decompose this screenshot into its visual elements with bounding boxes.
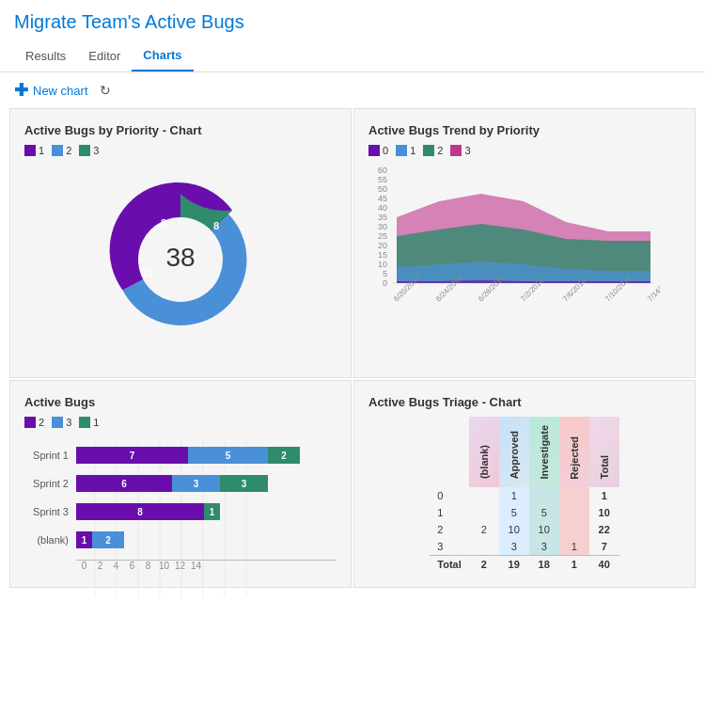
area-legend-label-3: 3: [464, 145, 470, 156]
bar-seg-s3-1: 1: [204, 503, 220, 520]
y-label-40: 40: [378, 203, 387, 213]
bar-chart-card: Active Bugs 2 3 1: [9, 380, 352, 588]
bar-legend-color-2: [24, 417, 36, 428]
area-chart-card: Active Bugs Trend by Priority 0 1 2 3: [353, 108, 696, 378]
triage-cell-total-rejected: 1: [559, 556, 589, 574]
tab-results[interactable]: Results: [14, 41, 77, 71]
bar-label-sprint2: Sprint 2: [24, 478, 76, 489]
triage-cell-0-total: 1: [589, 487, 619, 504]
triage-cell-3-investigate: 3: [529, 538, 559, 556]
triage-cell-2-blank: 2: [469, 521, 499, 538]
y-label-5: 5: [383, 269, 387, 278]
triage-cell-1-investigate: 5: [529, 504, 559, 521]
triage-table-container: (blank) Approved Investigate Rejected To: [368, 417, 681, 573]
triage-row-label-total: Total: [430, 556, 468, 574]
area-legend: 0 1 2 3: [368, 145, 681, 156]
bar-legend: 2 3 1: [24, 417, 337, 428]
triage-table: (blank) Approved Investigate Rejected To: [430, 417, 619, 573]
legend-color-1: [24, 145, 36, 156]
legend-color-0: [368, 145, 380, 156]
triage-chart-title: Active Bugs Triage - Chart: [368, 395, 681, 409]
area-chart-visual: 60 55 50 45 40 35 30 25 20 15 10 5 0: [368, 166, 681, 363]
y-label-50: 50: [378, 184, 387, 194]
y-label-10: 10: [378, 260, 387, 269]
area-chart-title: Active Bugs Trend by Priority: [368, 123, 681, 137]
tab-charts[interactable]: Charts: [132, 40, 193, 71]
bar-legend-color-3: [52, 417, 63, 428]
triage-cell-2-investigate: 10: [529, 521, 559, 538]
bar-label-sprint1: Sprint 1: [24, 450, 76, 461]
legend-color-3: [79, 145, 90, 156]
donut-label-purple: 8: [161, 217, 166, 229]
triage-cell-3-blank: [469, 538, 499, 556]
area-legend-2: 2: [423, 145, 443, 156]
triage-cell-2-total: 22: [589, 521, 619, 538]
triage-chart-card: Active Bugs Triage - Chart (blank) Appro…: [353, 380, 696, 588]
y-label-35: 35: [378, 213, 387, 222]
bar-seg-s2-2: 6: [76, 475, 172, 492]
page-title: Migrate Team's Active Bugs: [0, 0, 705, 40]
bar-seg-b-3: 2: [92, 531, 124, 548]
bar-seg-s1-1: 2: [268, 447, 300, 464]
bar-seg-s2-3: 3: [172, 475, 220, 492]
y-label-30: 30: [378, 222, 387, 231]
legend-color-2: [52, 145, 63, 156]
triage-row-label-0: 0: [430, 487, 468, 504]
triage-cell-0-approved: 1: [499, 487, 529, 504]
triage-cell-total-blank: 2: [469, 556, 499, 574]
bar-legend-2: 2: [24, 417, 44, 428]
bar-group-blank: 1 2: [76, 531, 124, 548]
donut-legend-item-3: 3: [79, 145, 99, 156]
new-chart-label: New chart: [33, 84, 88, 98]
triage-cell-total-approved: 19: [499, 556, 529, 574]
donut-label-teal: 8: [213, 220, 219, 231]
triage-cell-2-approved: 10: [499, 521, 529, 538]
y-label-20: 20: [378, 241, 387, 250]
triage-cell-1-rejected: [559, 504, 589, 521]
plus-icon: ✚: [14, 80, 28, 101]
triage-header-blank: (blank): [469, 417, 499, 487]
area-svg: 60 55 50 45 40 35 30 25 20 15 10 5 0: [368, 166, 660, 363]
triage-cell-1-total: 10: [589, 504, 619, 521]
area-legend-0: 0: [368, 145, 388, 156]
bar-label-blank: (blank): [24, 534, 76, 546]
tab-editor[interactable]: Editor: [77, 41, 132, 71]
triage-header-approved: Approved: [499, 417, 529, 487]
bar-group-sprint1: 7 5 2: [76, 447, 300, 464]
donut-legend-item-1: 1: [24, 145, 44, 156]
y-label-55: 55: [378, 175, 387, 184]
y-label-45: 45: [378, 194, 387, 203]
bar-seg-s1-3: 5: [188, 447, 268, 464]
triage-row-0: 0 1 1: [430, 487, 619, 504]
bar-seg-s2-1: 3: [220, 475, 268, 492]
triage-header-rejected: Rejected: [559, 417, 589, 487]
area-legend-3: 3: [450, 145, 470, 156]
y-label-60: 60: [378, 166, 387, 175]
bar-chart-title: Active Bugs: [24, 395, 337, 409]
y-label-15: 15: [378, 250, 387, 260]
bar-legend-label-3: 3: [66, 417, 71, 428]
bar-label-sprint3: Sprint 3: [24, 506, 76, 517]
bar-legend-label-2: 2: [39, 417, 44, 428]
legend-color-a2: [423, 145, 434, 156]
bar-legend-1: 1: [79, 417, 99, 428]
triage-row-label-2: 2: [430, 521, 468, 538]
triage-header-empty: [430, 417, 468, 487]
y-label-0: 0: [383, 278, 387, 288]
triage-row-3: 3 3 3 1 7: [430, 538, 619, 556]
donut-svg: 38 22 8 8: [96, 175, 265, 344]
donut-chart-card: Active Bugs by Priority - Chart 1 2 3: [9, 108, 352, 378]
legend-color-a1: [396, 145, 407, 156]
triage-row-2: 2 2 10 10 22: [430, 521, 619, 538]
triage-cell-0-investigate: [529, 487, 559, 504]
triage-cell-1-blank: [469, 504, 499, 521]
triage-cell-1-approved: 5: [499, 504, 529, 521]
donut-chart-title: Active Bugs by Priority - Chart: [24, 123, 337, 137]
bar-group-sprint3: 8 1: [76, 503, 220, 520]
legend-label-2: 2: [66, 145, 71, 156]
new-chart-button[interactable]: ✚ New chart: [14, 80, 88, 101]
triage-row-label-1: 1: [430, 504, 468, 521]
legend-label-1: 1: [39, 145, 44, 156]
triage-header-total: Total: [589, 417, 619, 487]
refresh-button[interactable]: ↻: [100, 83, 111, 98]
